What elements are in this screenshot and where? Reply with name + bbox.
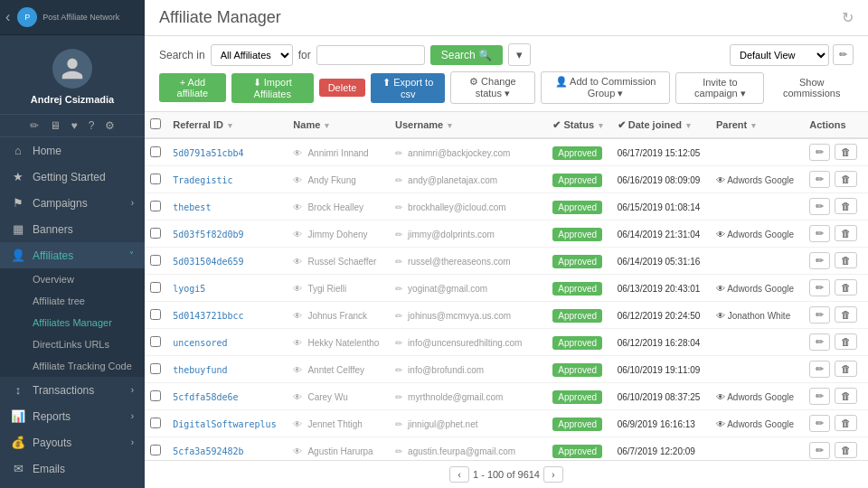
refresh-icon[interactable]: ↻ — [842, 9, 854, 26]
col-username[interactable]: Username ▾ — [390, 112, 547, 138]
row-checkbox[interactable] — [145, 275, 167, 302]
delete-affiliate-button[interactable]: 🗑 — [835, 279, 857, 296]
row-parent — [711, 329, 804, 356]
row-status: Approved — [547, 275, 611, 302]
pagination: ‹ 1 - 100 of 9614 › — [145, 460, 868, 488]
edit-affiliate-button[interactable]: ✏ — [809, 279, 830, 296]
prev-page-button[interactable]: ‹ — [449, 466, 469, 483]
col-status[interactable]: ✔ Status ▾ — [547, 112, 611, 138]
row-checkbox[interactable] — [145, 138, 167, 166]
delete-affiliate-button[interactable]: 🗑 — [835, 388, 857, 404]
sidebar-item-label: Reports — [33, 410, 71, 423]
edit-affiliate-button[interactable]: ✏ — [809, 144, 830, 161]
sidebar-item-affiliate-tracking-code[interactable]: Affiliate Tracking Code — [0, 355, 145, 377]
sidebar-item-emails[interactable]: ✉ Emails — [0, 455, 145, 482]
row-status: Approved — [547, 166, 611, 193]
next-page-button[interactable]: › — [543, 466, 563, 483]
export-csv-button[interactable]: ⬆ Export to csv — [371, 73, 445, 103]
delete-button[interactable]: Delete — [319, 79, 366, 97]
sidebar-item-directlinks-urls[interactable]: DirectLinks URLs — [0, 333, 145, 355]
change-status-button[interactable]: ⚙ Change status ▾ — [450, 71, 535, 104]
add-affiliate-button[interactable]: + Add affiliate — [159, 73, 226, 102]
sidebar-item-banners[interactable]: ▦ Banners — [0, 216, 145, 242]
row-checkbox[interactable] — [145, 302, 167, 329]
heart-icon[interactable]: ♥ — [71, 119, 78, 132]
sidebar-item-getting-started[interactable]: ★ Getting Started — [0, 164, 145, 190]
delete-affiliate-button[interactable]: 🗑 — [835, 415, 857, 431]
edit-affiliate-button[interactable]: ✏ — [809, 306, 830, 324]
edit-affiliate-button[interactable]: ✏ — [809, 225, 830, 242]
row-username: ✏ agustin.feurpa@gmail.com — [390, 437, 547, 461]
payouts-icon: 💰 — [11, 436, 25, 449]
row-checkbox[interactable] — [145, 193, 167, 221]
delete-affiliate-button[interactable]: 🗑 — [835, 306, 857, 323]
edit-profile-icon[interactable]: ✏ — [30, 119, 39, 132]
edit-affiliate-button[interactable]: ✏ — [809, 442, 830, 459]
chevron-right-icon: › — [131, 437, 134, 447]
sidebar-item-affiliates-manager[interactable]: Affiliates Manager — [0, 312, 145, 333]
row-parent — [711, 248, 804, 275]
search-input[interactable] — [316, 45, 425, 65]
import-affiliates-button[interactable]: ⬇ Import Affiliates — [231, 73, 314, 103]
sidebar-item-label: Transactions — [33, 384, 94, 397]
show-commissions-button[interactable]: Show commissions — [769, 73, 854, 102]
row-parent: 👁 Adwords Google — [711, 275, 804, 302]
row-checkbox[interactable] — [145, 166, 167, 193]
help-icon[interactable]: ? — [89, 119, 95, 132]
sidebar-item-payouts[interactable]: 💰 Payouts › — [0, 429, 145, 455]
delete-affiliate-button[interactable]: 🗑 — [835, 442, 857, 458]
row-parent: 👁 Jonathon White — [711, 302, 804, 329]
sidebar-item-overview[interactable]: Overview — [0, 268, 145, 290]
delete-affiliate-button[interactable]: 🗑 — [835, 361, 857, 377]
desktop-icon[interactable]: 🖥 — [50, 119, 61, 132]
search-button[interactable]: Search 🔍 — [430, 45, 503, 65]
sidebar-item-campaigns[interactable]: ⚑ Campaigns › — [0, 190, 145, 216]
sidebar-item-home[interactable]: ⌂ Home — [0, 137, 145, 164]
delete-affiliate-button[interactable]: 🗑 — [835, 198, 857, 214]
row-parent: 👁 Adwords Google — [711, 166, 804, 193]
row-referral-id: 5d0791a51cbb4 — [167, 138, 288, 166]
select-all-checkbox[interactable] — [150, 118, 161, 129]
search-in-select[interactable]: All Affiliates — [211, 44, 293, 66]
edit-affiliate-button[interactable]: ✏ — [809, 252, 830, 269]
banners-icon: ▦ — [11, 222, 25, 236]
row-checkbox[interactable] — [145, 356, 167, 383]
sidebar-item-configuration[interactable]: ⚙ Configuration — [0, 482, 145, 488]
row-checkbox[interactable] — [145, 410, 167, 437]
delete-affiliate-button[interactable]: 🗑 — [835, 333, 857, 350]
row-checkbox[interactable] — [145, 221, 167, 248]
delete-affiliate-button[interactable]: 🗑 — [835, 144, 857, 160]
col-name[interactable]: Name ▾ — [288, 112, 390, 138]
edit-affiliate-button[interactable]: ✏ — [809, 171, 830, 188]
filter-button[interactable]: ▾ — [508, 43, 531, 66]
edit-view-button[interactable]: ✏ — [833, 44, 854, 65]
row-checkbox[interactable] — [145, 329, 167, 356]
row-referral-id: Tradegistic — [167, 166, 288, 193]
delete-affiliate-button[interactable]: 🗑 — [835, 225, 857, 241]
sidebar-item-affiliate-tree[interactable]: Affiliate tree — [0, 290, 145, 312]
sidebar-item-reports[interactable]: 📊 Reports › — [0, 403, 145, 429]
view-select[interactable]: Default View — [730, 44, 829, 66]
row-name: 👁 Anntet Celffey — [288, 356, 390, 383]
edit-affiliate-button[interactable]: ✏ — [809, 415, 830, 432]
edit-affiliate-button[interactable]: ✏ — [809, 333, 830, 351]
col-parent[interactable]: Parent ▾ — [711, 112, 804, 138]
delete-affiliate-button[interactable]: 🗑 — [835, 252, 857, 268]
row-checkbox[interactable] — [145, 248, 167, 275]
add-commission-group-button[interactable]: 👤 Add to Commission Group ▾ — [541, 71, 671, 104]
row-checkbox[interactable] — [145, 383, 167, 410]
sidebar-back-btn[interactable]: ‹ — [5, 9, 10, 25]
delete-affiliate-button[interactable]: 🗑 — [835, 171, 857, 187]
table-row: thebuyfund 👁 Anntet Celffey ✏ info@brofu… — [145, 356, 868, 383]
col-date-joined[interactable]: ✔ Date joined ▾ — [612, 112, 711, 138]
row-username: ✏ andy@planetajax.com — [390, 166, 547, 193]
col-referral-id[interactable]: Referral ID ▾ — [167, 112, 288, 138]
row-checkbox[interactable] — [145, 437, 167, 461]
edit-affiliate-button[interactable]: ✏ — [809, 388, 830, 405]
sidebar-item-affiliates[interactable]: 👤 Affiliates ˅ — [0, 242, 145, 268]
edit-affiliate-button[interactable]: ✏ — [809, 198, 830, 215]
settings-icon[interactable]: ⚙ — [105, 119, 115, 132]
invite-to-campaign-button[interactable]: Invite to campaign ▾ — [675, 72, 764, 104]
edit-affiliate-button[interactable]: ✏ — [809, 361, 830, 378]
sidebar-item-transactions[interactable]: ↕ Transactions › — [0, 377, 145, 403]
